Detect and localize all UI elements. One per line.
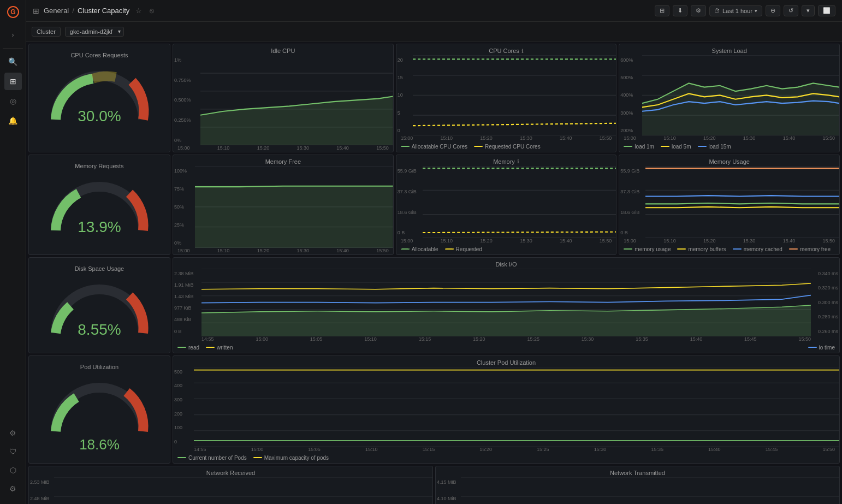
chart-svg-cluster-pod xyxy=(194,367,839,447)
chart-svg-disk-io xyxy=(201,269,811,336)
chart-svg-memory xyxy=(423,166,616,238)
topbar-right: ⊞ ⬇ ⚙ ⏱ Last 1 hour ▾ ⊖ ↺ ▾ ⬜ xyxy=(655,5,835,16)
refresh-button[interactable]: ↺ xyxy=(784,5,798,16)
cpu-cores-info-icon[interactable]: ℹ xyxy=(521,48,524,54)
share-button[interactable]: ⎋ xyxy=(148,5,156,16)
panel-title-pod-util: Pod Utilization xyxy=(75,360,124,371)
sidebar-item-plugin[interactable]: ⬡ xyxy=(4,461,22,479)
settings-button[interactable]: ⚙ xyxy=(691,5,706,16)
y-label-idle-1: 1% xyxy=(174,57,191,63)
star-button[interactable]: ☆ xyxy=(134,5,144,16)
chart-area-system-load: 600% 500% 400% 300% 200% xyxy=(619,55,839,135)
refresh-interval-button[interactable]: ▾ xyxy=(802,5,815,16)
legend-memory: Allocatable Requested xyxy=(396,245,616,254)
x-axis-memory-usage: 15:00 15:10 15:20 15:30 15:40 15:50 xyxy=(619,238,839,245)
sidebar-item-shield[interactable]: 🛡 xyxy=(4,443,22,460)
chart-area-cpu-cores: 20 15 10 5 0 xyxy=(396,55,616,135)
panel-disk-space-usage: Disk Space Usage 8.55% xyxy=(28,257,170,353)
legend-system-load: load 1m load 5m load 15m xyxy=(619,142,839,152)
chart-svg-network-recv xyxy=(54,477,432,504)
panel-idle-cpu: Idle CPU 1% 0.750% 0.500% 0.250% 0% xyxy=(173,44,394,152)
panel-memory-free: Memory Free 100% 75% 50% 25% 0% xyxy=(173,155,394,255)
topbar: ⊞ General / Cluster Capacity ☆ ⎋ ⊞ ⬇ ⚙ ⏱… xyxy=(26,0,842,22)
panel-title-cluster-pod-util: Cluster Pod Utilization xyxy=(173,356,839,367)
panel-title-network-received: Network Received xyxy=(29,466,432,477)
x-axis-disk-io: 14:55 15:00 15:05 15:10 15:15 15:20 15:2… xyxy=(173,336,839,343)
chart-area-memory-usage: 55.9 GiB 37.3 GiB 18.6 GiB 0 B xyxy=(619,166,839,238)
panel-title-cpu-cores: CPU Cores ℹ xyxy=(396,44,616,55)
sidebar: G › 🔍 ⊞ ◎ 🔔 ⚙ 🛡 ⬡ ⚙ xyxy=(0,0,26,504)
memory-info-icon[interactable]: ℹ xyxy=(517,158,519,164)
svg-line-13 xyxy=(413,123,616,126)
gauge-value-disk: 8.55% xyxy=(78,321,121,339)
breadcrumb-parent[interactable]: General xyxy=(44,7,69,15)
chart-area-idle-cpu: 1% 0.750% 0.500% 0.250% 0% xyxy=(173,55,393,145)
chart-area-network-trans: 4.15 MiB 4.10 MiB 4.05 MiB 4.01 MiB 3.96… xyxy=(436,477,839,504)
x-axis-cpu-cores: 15:00 15:10 15:20 15:30 15:40 15:50 xyxy=(396,135,616,142)
chart-area-cluster-pod: 500 400 300 200 100 0 xyxy=(173,367,839,447)
dashboard: CPU Cores Requests 30.0% xyxy=(26,41,842,504)
y-label-idle-2: 0.750% xyxy=(174,78,191,83)
panel-system-load: System Load 600% 500% 400% 300% 200% xyxy=(619,44,840,152)
row-1: CPU Cores Requests 30.0% xyxy=(28,44,840,152)
gauge-disk: 8.55% xyxy=(45,273,154,344)
legend-cpu-cores: Allocatable CPU Cores Requested CPU Core… xyxy=(396,142,616,152)
gauge-memory: 13.9% xyxy=(45,170,154,241)
legend-requested-cpu: Requested CPU Cores xyxy=(474,144,541,150)
gauge-value-pod: 18.6% xyxy=(79,436,120,453)
chart-area-network-recv: 2.53 MiB 2.48 MiB 2.43 MiB 2.38 MiB 2.34… xyxy=(29,477,432,504)
legend-disk-io: read written io time xyxy=(173,343,839,353)
sidebar-item-dashboards[interactable]: ⊞ xyxy=(4,73,22,90)
sidebar-collapse[interactable]: › xyxy=(4,26,22,44)
chart-area-memory: 55.9 GiB 37.3 GiB 18.6 GiB 0 B xyxy=(396,166,616,238)
tv-mode-button[interactable]: ⬜ xyxy=(818,5,835,16)
gauge-value-cpu: 30.0% xyxy=(78,108,121,125)
chart-svg-memory-usage xyxy=(645,166,839,238)
y-label-idle-4: 0.250% xyxy=(174,117,191,123)
import-button[interactable]: ⬇ xyxy=(673,5,687,16)
sidebar-item-alerting[interactable]: 🔔 xyxy=(4,112,22,129)
gauge-pod: 18.6% xyxy=(45,371,154,459)
panel-network-received: Network Received 2.53 MiB 2.48 MiB 2.43 … xyxy=(28,466,433,504)
panel-memory: Memory ℹ 55.9 GiB 37.3 GiB 18.6 GiB 0 B xyxy=(396,155,617,255)
panel-cpu-cores-requests: CPU Cores Requests 30.0% xyxy=(28,44,170,152)
panel-view-button[interactable]: ⊞ xyxy=(655,5,669,16)
panel-title-disk-space: Disk Space Usage xyxy=(69,262,130,273)
panel-memory-usage: Memory Usage 55.9 GiB 37.3 GiB 18.6 GiB … xyxy=(619,155,840,255)
legend-cluster-pod: Current number of Pods Maximum capacity … xyxy=(173,453,839,463)
filterbar: Cluster gke-admin-d2jkf xyxy=(26,22,842,41)
dashboard-icon: ⊞ xyxy=(33,7,39,15)
time-range-button[interactable]: ⏱ Last 1 hour ▾ xyxy=(709,5,762,16)
sidebar-item-explore[interactable]: ◎ xyxy=(4,92,22,110)
cluster-label-tag: Cluster xyxy=(32,27,61,37)
chart-svg-cpu-cores xyxy=(413,55,616,135)
zoom-out-button[interactable]: ⊖ xyxy=(766,5,780,16)
x-axis-memory: 15:00 15:10 15:20 15:30 15:40 15:50 xyxy=(396,238,616,245)
chart-svg-memory-free xyxy=(195,166,393,248)
panel-pod-utilization: Pod Utilization 18.6% xyxy=(28,355,170,464)
panel-title-idle-cpu: Idle CPU xyxy=(173,44,393,55)
cluster-dropdown[interactable]: gke-admin-d2jkf xyxy=(65,27,124,37)
panel-cpu-cores: CPU Cores ℹ 20 15 10 5 0 xyxy=(396,44,617,152)
row-3: Disk Space Usage 8.55% Disk I/O 2.38 xyxy=(28,257,840,353)
svg-line-29 xyxy=(423,232,616,232)
chart-svg-network-trans xyxy=(461,477,839,504)
panel-title-memory: Memory ℹ xyxy=(396,155,616,166)
x-axis-system-load: 15:00 15:10 15:20 15:30 15:40 15:50 xyxy=(619,135,839,142)
sidebar-item-search[interactable]: 🔍 xyxy=(4,53,22,70)
app-logo[interactable]: G xyxy=(4,3,22,21)
svg-text:G: G xyxy=(10,8,15,16)
breadcrumb-separator: / xyxy=(72,7,74,15)
x-axis-cluster-pod: 14:55 15:00 15:05 15:10 15:15 15:20 15:2… xyxy=(173,447,839,453)
chart-area-memory-free: 100% 75% 50% 25% 0% xyxy=(173,166,393,248)
chart-svg-idle-cpu xyxy=(200,55,393,145)
y-label-idle-3: 0.500% xyxy=(174,97,191,103)
x-axis-memory-free: 15:00 15:10 15:20 15:30 15:40 15:50 xyxy=(173,248,393,254)
row-5: Network Received 2.53 MiB 2.48 MiB 2.43 … xyxy=(28,466,840,504)
panel-cluster-pod-util: Cluster Pod Utilization 500 400 300 200 … xyxy=(173,355,840,464)
row-4: Pod Utilization 18.6% Cluster Pod Utiliz… xyxy=(28,355,840,464)
legend-allocatable-cpu: Allocatable CPU Cores xyxy=(401,144,467,150)
sidebar-item-help[interactable]: ⚙ xyxy=(4,480,22,497)
breadcrumb: General / Cluster Capacity xyxy=(44,7,129,15)
sidebar-item-settings[interactable]: ⚙ xyxy=(4,424,22,442)
